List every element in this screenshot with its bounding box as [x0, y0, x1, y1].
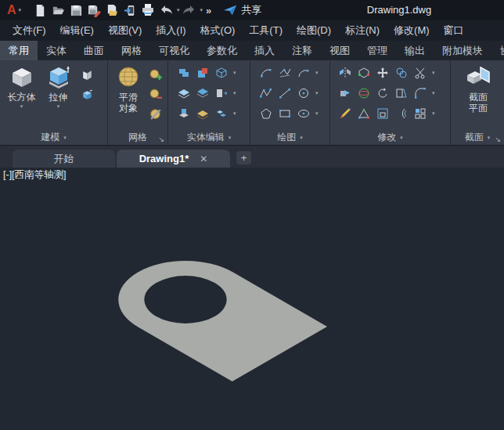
- share-button[interactable]: 共享: [223, 3, 261, 17]
- arc-button[interactable]: [257, 63, 275, 82]
- imprint-button[interactable]: [175, 104, 193, 123]
- ribbon-tab-surface[interactable]: 曲面: [75, 41, 113, 60]
- box-button[interactable]: 长方体 ▾: [3, 63, 40, 130]
- ribbon-tab-collaborate[interactable]: 协作: [491, 41, 504, 60]
- new-tab-button[interactable]: +: [236, 151, 251, 164]
- decrease-smoothness-button[interactable]: [147, 85, 164, 103]
- panel-label-section[interactable]: 截面 ▾ ↘: [451, 130, 504, 145]
- union-button[interactable]: [175, 63, 193, 82]
- save-to-mobile-button[interactable]: [121, 2, 139, 19]
- scale-button[interactable]: [355, 104, 373, 123]
- menu-view[interactable]: 视图(V): [101, 20, 149, 41]
- menu-edit[interactable]: 编辑(E): [53, 20, 101, 41]
- rectangle-button[interactable]: [275, 104, 294, 123]
- new-drawing-button[interactable]: [31, 2, 49, 19]
- polyline-button[interactable]: [257, 84, 275, 103]
- undo-button[interactable]: [157, 2, 175, 19]
- close-tab-icon[interactable]: ✕: [200, 154, 207, 164]
- viewport-controls[interactable]: [-][西南等轴测]: [3, 168, 67, 182]
- ribbon-tab-manage[interactable]: 管理: [358, 41, 396, 60]
- extract-edges-button[interactable]: [212, 84, 231, 103]
- drawing-viewport[interactable]: [-][西南等轴测]: [0, 168, 504, 430]
- stretch-button[interactable]: [392, 84, 411, 103]
- thicken-button[interactable]: [193, 84, 212, 103]
- slice-button[interactable]: [175, 84, 193, 103]
- extrude-button[interactable]: 拉伸 ▾: [40, 63, 77, 130]
- arc-continue-button[interactable]: [294, 63, 313, 82]
- panel-label-draw[interactable]: 绘图 ▾: [250, 130, 329, 145]
- solid-history-button[interactable]: [336, 84, 355, 103]
- mesh-launcher-icon[interactable]: ↘: [158, 136, 164, 143]
- ribbon-tab-output[interactable]: 输出: [396, 41, 434, 60]
- ribbon-tab-annotate[interactable]: 注释: [283, 41, 321, 60]
- ribbon-tab-visualize[interactable]: 可视化: [150, 41, 198, 60]
- presspull-button[interactable]: [78, 86, 95, 103]
- more-tools-icon[interactable]: »: [203, 5, 214, 16]
- box-dropdown-icon[interactable]: ▾: [20, 103, 23, 110]
- align3d-button[interactable]: [355, 63, 373, 82]
- ribbon-tab-addins[interactable]: 附加模块: [434, 41, 491, 60]
- open-from-web-button[interactable]: [103, 2, 121, 19]
- menu-tools[interactable]: 工具(T): [242, 20, 290, 41]
- save-button[interactable]: [67, 2, 85, 19]
- section-plane-button[interactable]: 截面 平面: [455, 63, 502, 130]
- modify-row1-dropdown-icon[interactable]: ▾: [432, 70, 435, 76]
- line-button[interactable]: [275, 84, 294, 103]
- circle-button[interactable]: [294, 84, 313, 103]
- menu-insert[interactable]: 插入(I): [149, 20, 193, 41]
- menu-modify[interactable]: 修改(M): [387, 20, 437, 41]
- ribbon-tab-solid[interactable]: 实体: [38, 41, 75, 60]
- spline-button[interactable]: [275, 63, 294, 82]
- menu-draw[interactable]: 绘图(D): [290, 20, 338, 41]
- redo-dropdown-icon[interactable]: ▾: [200, 7, 203, 13]
- plot-button[interactable]: [139, 2, 157, 19]
- section-launcher-icon[interactable]: ↘: [495, 136, 501, 143]
- trim-button[interactable]: [411, 63, 430, 82]
- ribbon-tab-view[interactable]: 视图: [321, 41, 358, 60]
- ribbon-tab-insert[interactable]: 插入: [246, 41, 283, 60]
- modify-row2-dropdown-icon[interactable]: ▾: [432, 90, 435, 96]
- menu-file[interactable]: 文件(F): [5, 20, 53, 41]
- mirror3d-button[interactable]: [336, 63, 355, 82]
- smooth-object-button[interactable]: 平滑 对象: [111, 63, 146, 130]
- ellipse-button[interactable]: [294, 104, 313, 123]
- polysolid-button[interactable]: [78, 66, 95, 83]
- rotate-button[interactable]: [373, 84, 392, 103]
- modify-row3-dropdown-icon[interactable]: ▾: [432, 110, 435, 117]
- drawing1-tab[interactable]: Drawing1* ✕: [117, 150, 230, 168]
- rotate3d-gizmo-button[interactable]: [355, 84, 373, 103]
- mesh-edit-button[interactable]: [147, 105, 164, 122]
- solidedit-row3-dropdown-icon[interactable]: ▾: [233, 110, 236, 117]
- ribbon-tab-mesh[interactable]: 网格: [113, 41, 150, 60]
- panel-label-solid-editing[interactable]: 实体编辑 ▾: [168, 130, 250, 145]
- draw-row2-dropdown-icon[interactable]: ▾: [315, 90, 319, 96]
- undo-dropdown-icon[interactable]: ▾: [177, 7, 180, 13]
- draw-row3-dropdown-icon[interactable]: ▾: [315, 110, 319, 117]
- zoom-object-button[interactable]: [373, 104, 392, 123]
- increase-smoothness-button[interactable]: [147, 66, 164, 83]
- menu-format[interactable]: 格式(O): [193, 20, 243, 41]
- panel-label-modify[interactable]: 修改 ▾: [330, 130, 450, 145]
- open-button[interactable]: [49, 2, 67, 19]
- solidedit-row1-dropdown-icon[interactable]: ▾: [233, 70, 236, 76]
- solid-object[interactable]: [91, 245, 327, 382]
- app-menu-button[interactable]: A ▾: [0, 0, 27, 20]
- polygon-button[interactable]: [257, 104, 275, 123]
- panel-label-modeling[interactable]: 建模 ▾: [0, 130, 107, 145]
- copy-button[interactable]: [392, 63, 411, 82]
- offset-button[interactable]: [392, 104, 411, 123]
- fillet-edge-button[interactable]: [193, 104, 212, 123]
- array-button[interactable]: [411, 104, 430, 123]
- panel-label-mesh[interactable]: 网格 ↘: [108, 130, 167, 145]
- solidedit-row2-dropdown-icon[interactable]: ▾: [233, 90, 236, 96]
- fillet-button[interactable]: [411, 84, 430, 103]
- separate-button[interactable]: [212, 104, 231, 123]
- subtract-button[interactable]: [193, 63, 212, 82]
- move-button[interactable]: [373, 63, 392, 82]
- ribbon-tab-parametric[interactable]: 参数化: [198, 41, 246, 60]
- start-tab[interactable]: 开始: [13, 150, 115, 168]
- erase-button[interactable]: [336, 104, 355, 123]
- save-as-button[interactable]: [85, 2, 103, 19]
- viewport-canvas[interactable]: [0, 168, 504, 430]
- interfere-button[interactable]: [212, 63, 231, 82]
